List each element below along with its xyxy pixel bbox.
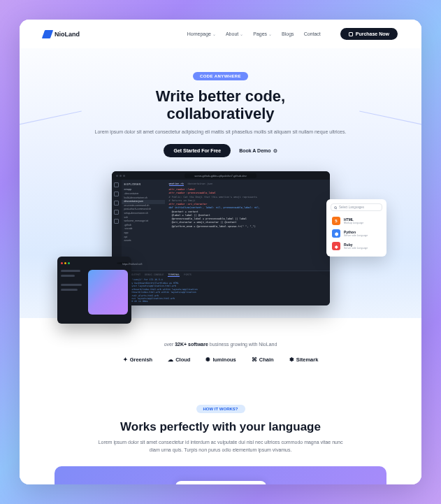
ide-mockup-area: some-github-gibbs-qthpalsfsn7.github.dev…: [20, 167, 421, 318]
extensions-icon[interactable]: [114, 219, 119, 224]
html-icon: 5: [332, 217, 340, 225]
chevron-down-icon: ⌄: [268, 31, 272, 36]
minimize-icon: [64, 262, 66, 264]
language-item-py[interactable]: ⬢PythonServer side Language: [331, 227, 382, 240]
nav-contact[interactable]: Contact: [304, 31, 321, 36]
mini-text-lines: [61, 270, 85, 315]
traffic-lights-icon: [116, 175, 125, 177]
section-title: Works perfectly with your language: [55, 420, 386, 434]
partner-logo: ✽Sitemark: [289, 357, 319, 363]
language-sub: Server side Language: [344, 247, 368, 250]
mini-gradient-tile: [88, 270, 128, 315]
terminal-tab[interactable]: PORTS: [184, 273, 191, 277]
link-icon: ⌘: [252, 357, 257, 363]
partner-logo: ✦Greenish: [123, 357, 153, 363]
language-card[interactable]: JavaScript: [175, 481, 266, 484]
language-panel: Select Languages 5HTMLMarkup Language⬢Py…: [326, 199, 386, 257]
primary-nav: Homepage⌄ About⌄ Pages⌄ Blogs Contact Pu…: [187, 28, 398, 40]
ide-editor: emotion.rb devcontainer.json attr_reader…: [165, 180, 330, 271]
ide-body: EXPLORER emapp .devcontainer build-devco…: [112, 180, 330, 271]
mini-preview-window: https://nioland.soft: [57, 257, 131, 324]
purchase-button[interactable]: Purchase Now: [340, 28, 398, 40]
section-subtitle: Lorem ipsum dolor sit amet consectetur i…: [95, 439, 347, 454]
partner-logo: ⌘Chain: [252, 357, 274, 363]
chevron-down-icon: ⌄: [240, 31, 243, 36]
partner-logos: ✦Greenish ☁Cloud ✺luminous ⌘Chain ✽Sitem…: [55, 357, 386, 363]
hero-subtitle: Lorem ipsum dolor sit amet consectetur a…: [95, 129, 347, 136]
get-started-button[interactable]: Get Started For Free: [164, 144, 231, 157]
file-item[interactable]: assets: [124, 239, 162, 243]
terminal-tab[interactable]: OUTPUT: [131, 273, 140, 277]
nav-homepage[interactable]: Homepage⌄: [187, 31, 216, 36]
brand-logo[interactable]: NioLand: [43, 30, 80, 38]
language-item-html[interactable]: 5HTMLMarkup Language: [331, 215, 382, 227]
editor-tab[interactable]: emotion.rb: [169, 182, 184, 186]
language-search[interactable]: Select Languages: [331, 203, 382, 211]
ide-titlebar: some-github-gibbs-qthpalsfsn7.github.dev: [112, 171, 330, 180]
debug-icon[interactable]: [114, 210, 119, 215]
how-it-works: HOW IT WORKS? Works perfectly with your …: [20, 384, 421, 484]
terminal-tabs: PROBLEMS OUTPUT DEBUG CONSOLE TERMINAL P…: [116, 273, 326, 277]
play-circle-icon: ⊙: [273, 148, 277, 154]
code-line: @platform_enum = @pronounceable_label.up…: [169, 225, 326, 229]
code-area: attr_reader :labelattr_reader :pronounce…: [169, 188, 326, 229]
nav-pages[interactable]: Pages⌄: [253, 31, 272, 36]
ide-terminal: PROBLEMS OUTPUT DEBUG CONSOLE TERMINAL P…: [112, 271, 330, 305]
files-icon[interactable]: [114, 182, 119, 187]
editor-tab[interactable]: devcontainer.json: [188, 182, 213, 186]
terminal-tab[interactable]: TERMINAL: [168, 273, 180, 277]
language-sub: Markup Language: [344, 222, 363, 224]
nav-blogs[interactable]: Blogs: [282, 31, 294, 36]
nav-about[interactable]: About⌄: [226, 31, 243, 36]
close-icon: [61, 262, 63, 264]
page-inner: NioLand Homepage⌄ About⌄ Pages⌄ Blogs Co…: [20, 20, 421, 484]
partner-logo: ✺luminous: [205, 357, 236, 363]
section-badge: HOW IT WORKS?: [196, 405, 245, 413]
lock-icon: [349, 32, 353, 36]
hero: CODE ANYWHERE Write better code, collabo…: [20, 48, 421, 167]
hero-actions: Get Started For Free Book A Demo ⊙: [55, 144, 386, 157]
search-placeholder: Select Languages: [339, 206, 364, 209]
editor-tabs: emotion.rb devcontainer.json: [169, 182, 326, 186]
header: NioLand Homepage⌄ About⌄ Pages⌄ Blogs Co…: [20, 20, 421, 48]
chevron-down-icon: ⌄: [212, 31, 216, 36]
cloud-icon: ☁: [168, 357, 173, 363]
ide-window: some-github-gibbs-qthpalsfsn7.github.dev…: [112, 171, 330, 305]
social-proof: over 32K+ software business growing with…: [20, 318, 421, 384]
mini-titlebar: https://nioland.soft: [61, 260, 128, 266]
terminal-tab[interactable]: DEBUG CONSOLE: [145, 273, 164, 277]
explorer-title: EXPLORER: [124, 182, 162, 187]
hero-badge: CODE ANYWHERE: [193, 72, 248, 80]
leaf-icon: ✦: [123, 357, 128, 363]
social-text: over 32K+ software business growing with…: [55, 342, 386, 347]
hero-title: Write better code, collaboratively: [55, 87, 386, 123]
logo-mark-icon: [42, 30, 53, 38]
partner-logo: ☁Cloud: [168, 357, 190, 363]
py-icon: ⬢: [332, 229, 340, 238]
page-card: NioLand Homepage⌄ About⌄ Pages⌄ Blogs Co…: [20, 20, 421, 484]
branch-icon[interactable]: [114, 201, 119, 206]
language-cta: JavaScript: [55, 466, 386, 484]
terminal-line: Completed 200 OK in 80ms: [116, 300, 326, 303]
maximize-icon: [68, 262, 70, 264]
rb-icon: ◆: [332, 242, 340, 250]
search-icon: [334, 206, 337, 209]
language-sub: Server side Language: [344, 234, 368, 237]
sun-icon: ✺: [205, 357, 210, 363]
star-icon: ✽: [289, 357, 294, 363]
brand-name: NioLand: [55, 31, 80, 38]
mini-url: https://nioland.soft: [117, 262, 128, 264]
ide-url: some-github-gibbs-qthpalsfsn7.github.dev: [185, 173, 256, 178]
language-item-rb[interactable]: ◆RubyServer side Language: [331, 240, 382, 252]
book-demo-button[interactable]: Book A Demo ⊙: [239, 148, 277, 154]
search-icon[interactable]: [114, 192, 119, 196]
